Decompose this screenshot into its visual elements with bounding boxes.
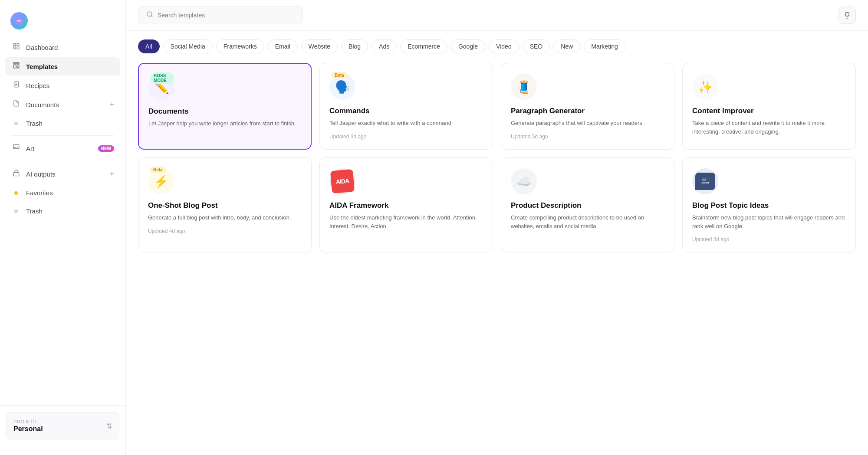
tab-video[interactable]: Video <box>489 39 519 53</box>
card-icon-wrap-content_improver: ✨ <box>692 74 718 100</box>
project-selector[interactable]: PROJECT Personal ⇅ <box>6 412 119 439</box>
template-card-aida_framework[interactable]: AIDA AIDA Framework Use the oldest marke… <box>319 157 493 252</box>
card-badge-documents: BOSS MODE <box>150 72 174 84</box>
svg-point-15 <box>147 12 152 16</box>
svg-rect-17 <box>700 177 708 183</box>
sidebar-label-favorites: Favorites <box>26 189 114 196</box>
sidebar-label-documents: Documents <box>26 101 104 108</box>
card-icon-wrap-blog_post_topic_ideas <box>692 168 718 194</box>
card-icon-wrap-one_shot_blog: Beta ⚡ <box>148 168 174 194</box>
template-card-documents[interactable]: BOSS MODE ✏️ Documents Let Jasper help y… <box>138 63 312 150</box>
tab-seo[interactable]: SEO <box>523 39 550 53</box>
svg-rect-4 <box>16 47 19 49</box>
nav-separator-2 <box>11 161 114 161</box>
search-box[interactable] <box>138 6 303 24</box>
template-card-content_improver[interactable]: ✨ Content Improver Take a piece of conte… <box>682 63 856 150</box>
card-icon-emoji: 🗣️ <box>335 80 350 94</box>
svg-rect-5 <box>13 62 19 64</box>
sidebar-item-templates[interactable]: Templates <box>5 57 120 75</box>
template-card-product_description[interactable]: ☁️ Product Description Create compelling… <box>501 157 674 252</box>
sidebar-label-recipes: Recipes <box>26 82 114 89</box>
svg-rect-8 <box>16 67 19 68</box>
card-updated-one_shot_blog: Updated 4d ago <box>148 228 302 234</box>
tab-google[interactable]: Google <box>451 39 485 53</box>
main-content: AllSocial MediaFrameworksEmailWebsiteBlo… <box>126 0 868 455</box>
sidebar-item-favorites[interactable]: Favorites <box>5 184 120 201</box>
bulb-button[interactable] <box>838 7 856 24</box>
card-desc-aida_framework: Use the oldest marketing framework in th… <box>329 213 483 230</box>
tab-all[interactable]: All <box>138 39 160 53</box>
svg-rect-14 <box>13 173 19 176</box>
card-title-one_shot_blog: One-Shot Blog Post <box>148 201 302 210</box>
ai-outputs-add-icon[interactable]: + <box>109 170 114 179</box>
card-icon-emoji: ✨ <box>698 80 713 94</box>
sidebar-item-ai-outputs[interactable]: AI outputs + <box>5 165 120 183</box>
template-card-commands[interactable]: Beta 🗣️ Commands Tell Jasper exactly wha… <box>319 63 493 150</box>
card-updated-commands: Updated 3d ago <box>329 134 483 140</box>
tab-marketing[interactable]: Marketing <box>584 39 625 53</box>
project-info: PROJECT Personal <box>13 419 43 433</box>
card-desc-blog_post_topic_ideas: Brainstorm new blog post topics that wil… <box>692 213 846 230</box>
tab-ecommerce[interactable]: Ecommerce <box>400 39 447 53</box>
svg-rect-2 <box>16 43 19 46</box>
card-badge-commands: Beta <box>331 72 348 79</box>
tab-new[interactable]: New <box>553 39 580 53</box>
art-new-badge: NEW <box>98 145 114 152</box>
sidebar-footer: PROJECT Personal ⇅ <box>0 405 125 446</box>
recipes-icon <box>11 81 21 90</box>
sidebar-item-dashboard[interactable]: Dashboard <box>5 38 120 56</box>
tab-blog[interactable]: Blog <box>341 39 368 53</box>
nav-separator-1 <box>11 135 114 136</box>
sidebar-item-recipes[interactable]: Recipes <box>5 76 120 95</box>
card-icon-wrap-documents: BOSS MODE ✏️ <box>148 74 174 100</box>
tab-ads[interactable]: Ads <box>372 39 397 53</box>
search-input[interactable] <box>158 12 295 19</box>
template-card-blog_post_topic_ideas[interactable]: Blog Post Topic Ideas Brainstorm new blo… <box>682 157 856 252</box>
ai-outputs-icon <box>11 169 21 179</box>
sidebar-item-trash-2[interactable]: Trash <box>5 202 120 219</box>
documents-add-icon[interactable]: + <box>109 100 114 109</box>
sidebar-label-trash1: Trash <box>26 120 114 127</box>
sidebar-item-documents[interactable]: Documents + <box>5 95 120 114</box>
card-title-aida_framework: AIDA Framework <box>329 201 483 210</box>
card-desc-commands: Tell Jasper exactly what to write with a… <box>329 119 483 128</box>
sidebar-item-trash-1[interactable]: Trash <box>5 115 120 132</box>
card-desc-paragraph_generator: Generate paragraphs that will captivate … <box>511 119 664 128</box>
card-icon-emoji: ☁️ <box>516 174 532 189</box>
sidebar-item-art[interactable]: Art NEW <box>5 139 120 157</box>
sidebar: Dashboard Templates Recipes Documents + <box>0 0 126 455</box>
tab-website[interactable]: Website <box>301 39 338 53</box>
templates-icon <box>11 62 21 71</box>
msg-icon <box>695 173 715 190</box>
trash1-dot-icon <box>11 119 21 128</box>
top-bar <box>126 0 868 31</box>
card-title-product_description: Product Description <box>511 201 664 210</box>
logo-area <box>0 9 125 38</box>
template-card-one_shot_blog[interactable]: Beta ⚡ One-Shot Blog Post Generate a ful… <box>138 157 312 252</box>
template-card-paragraph_generator[interactable]: 🧵 Paragraph Generator Generate paragraph… <box>501 63 674 150</box>
project-chevron-icon: ⇅ <box>106 422 112 430</box>
card-icon-wrap-paragraph_generator: 🧵 <box>511 74 537 100</box>
card-icon-emoji: 🧵 <box>516 80 532 94</box>
card-badge-one_shot_blog: Beta <box>150 167 166 173</box>
tab-social_media[interactable]: Social Media <box>163 39 213 53</box>
logo-icon <box>10 12 28 29</box>
tab-frameworks[interactable]: Frameworks <box>216 39 264 53</box>
card-title-commands: Commands <box>329 107 483 115</box>
search-icon <box>146 11 153 20</box>
card-updated-blog_post_topic_ideas: Updated 3d ago <box>692 236 846 242</box>
template-grid: BOSS MODE ✏️ Documents Let Jasper help y… <box>138 63 856 252</box>
svg-line-16 <box>151 16 152 17</box>
card-desc-one_shot_blog: Generate a full blog post with intro, bo… <box>148 213 302 222</box>
card-desc-content_improver: Take a piece of content and rewrite it t… <box>692 119 846 136</box>
card-title-documents: Documents <box>148 107 301 116</box>
sidebar-nav: Dashboard Templates Recipes Documents + <box>0 38 125 401</box>
card-icon-wrap-commands: Beta 🗣️ <box>329 74 355 100</box>
sidebar-label-templates: Templates <box>26 63 114 70</box>
card-title-content_improver: Content Improver <box>692 107 846 115</box>
sidebar-label-dashboard: Dashboard <box>26 44 114 51</box>
svg-rect-6 <box>13 65 16 68</box>
top-right-actions <box>838 7 856 24</box>
project-label-text: PROJECT <box>13 419 43 424</box>
tab-email[interactable]: Email <box>268 39 298 53</box>
